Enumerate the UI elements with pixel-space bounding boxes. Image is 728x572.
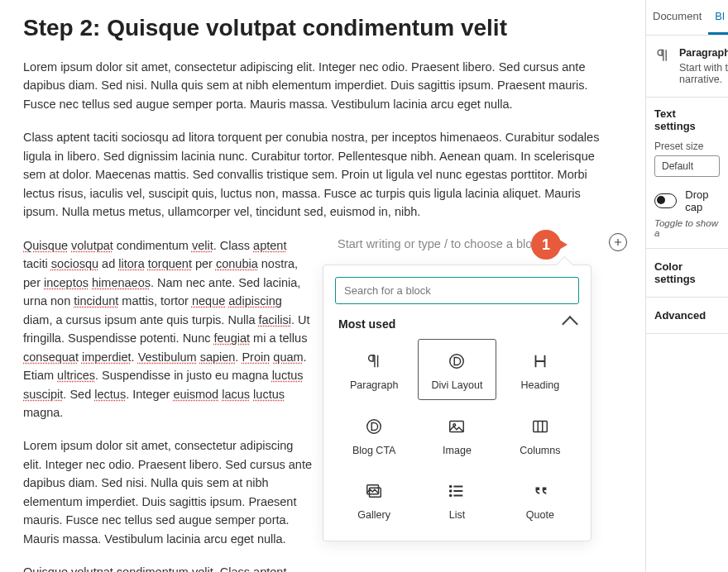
block-type-desc: Start with t narrative. xyxy=(679,62,728,85)
block-item-label: Heading xyxy=(521,379,560,391)
block-item-paragraph[interactable]: Paragraph xyxy=(335,339,413,400)
list-icon xyxy=(447,481,467,501)
block-item-label: Image xyxy=(443,445,472,456)
section-advanced[interactable]: Advanced xyxy=(646,298,728,334)
section-text-settings: Text settings xyxy=(654,107,720,132)
quote-icon xyxy=(530,481,550,501)
gallery-icon xyxy=(364,481,384,501)
add-block-button[interactable] xyxy=(609,233,627,251)
pilcrow-icon xyxy=(654,47,671,85)
paragraph-block[interactable]: Lorem ipsum dolor sit amet, consectetur … xyxy=(23,58,619,113)
paragraph-block[interactable]: Class aptent taciti sociosqu ad litora t… xyxy=(23,128,619,221)
heading-icon xyxy=(530,351,550,371)
image-icon xyxy=(447,417,467,436)
preset-size-select[interactable]: Default xyxy=(654,155,720,177)
block-inserter-popover: Most used ParagraphDivi LayoutHeadingBlo… xyxy=(323,265,592,541)
block-item-label: List xyxy=(449,509,465,521)
svg-point-9 xyxy=(450,495,452,497)
post-heading[interactable]: Step 2: Quisque volutpat condimentum vel… xyxy=(23,15,622,41)
divi-icon xyxy=(364,417,384,436)
block-item-quote[interactable]: Quote xyxy=(501,470,579,529)
section-color-settings[interactable]: Color settings xyxy=(646,249,728,298)
divi-icon xyxy=(447,351,467,371)
preset-size-label: Preset size xyxy=(654,141,720,152)
settings-sidebar: Document Bl Paragraph Start with t narra… xyxy=(645,0,728,572)
svg-rect-4 xyxy=(534,422,548,432)
block-item-columns[interactable]: Columns xyxy=(501,405,579,465)
svg-point-0 xyxy=(450,355,464,369)
block-item-divi-layout[interactable]: Divi Layout xyxy=(418,339,496,400)
block-item-heading[interactable]: Heading xyxy=(501,339,579,400)
paragraph-block[interactable]: Lorem ipsum dolor sit amet, consectetur … xyxy=(23,436,313,548)
block-item-gallery[interactable]: Gallery xyxy=(335,470,413,529)
svg-point-1 xyxy=(367,420,381,434)
drop-cap-toggle[interactable] xyxy=(654,193,677,208)
block-placeholder[interactable]: Start writing or type / to choose a bloc… xyxy=(338,237,544,250)
pilcrow-icon xyxy=(364,351,384,371)
block-type-title: Paragraph xyxy=(679,47,728,59)
annotation-callout-1: 1 xyxy=(531,230,561,260)
chevron-up-icon[interactable] xyxy=(562,316,578,332)
tab-document[interactable]: Document xyxy=(646,0,708,35)
block-item-label: Divi Layout xyxy=(432,379,483,391)
block-item-list[interactable]: List xyxy=(418,470,496,529)
paragraph-block[interactable]: Quisque volutpat condimentum velit. Clas… xyxy=(23,563,313,572)
block-search-input[interactable] xyxy=(335,277,579,304)
block-item-image[interactable]: Image xyxy=(418,405,496,465)
block-item-label: Columns xyxy=(520,445,560,456)
block-item-label: Quote xyxy=(526,509,554,521)
svg-point-8 xyxy=(450,490,452,492)
block-item-label: Blog CTA xyxy=(352,445,396,456)
drop-cap-desc: Toggle to show a xyxy=(654,218,720,238)
paragraph-block[interactable]: Quisque volutpat condimentum velit. Clas… xyxy=(23,236,313,422)
svg-point-7 xyxy=(450,486,452,488)
block-item-label: Gallery xyxy=(357,509,390,521)
block-item-blog-cta[interactable]: Blog CTA xyxy=(335,405,413,465)
tab-block[interactable]: Bl xyxy=(708,0,728,35)
block-item-label: Paragraph xyxy=(350,379,398,391)
drop-cap-label: Drop cap xyxy=(685,188,720,213)
editor-canvas[interactable]: Step 2: Quisque volutpat condimentum vel… xyxy=(0,0,645,572)
columns-icon xyxy=(530,417,550,436)
inserter-section-title: Most used xyxy=(338,317,395,331)
